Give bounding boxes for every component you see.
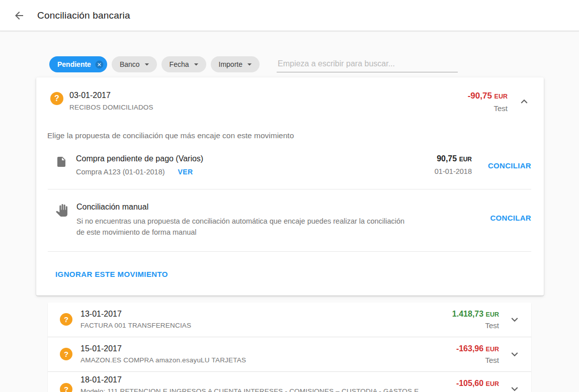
search-field-wrap [277,57,458,72]
chevron-up-icon [518,95,531,108]
movements-list: ? 13-01-2017 FACTURA 001 TRANSFERENCIAS … [48,303,531,392]
arrow-left-icon [13,10,25,22]
chevron-down-icon [142,59,152,69]
movement-amount-block: -105,60 EUR Test [456,379,499,392]
amount-value: -163,96 [456,344,483,353]
amount-value: -90,75 [468,91,492,101]
expand-button[interactable] [508,348,521,361]
back-button[interactable] [12,9,26,23]
movement-amount-block: -163,96 EUR Test [456,344,499,364]
manual-texts: Conciliación manual Si no encuentras una… [76,203,408,238]
chevron-down-icon [508,348,521,361]
movement-row-3[interactable]: ? 18-01-2017 Modelo: 111 RETENCION E ING… [48,372,531,392]
movement-date: 18-01-2017 [80,375,456,384]
search-input[interactable] [277,57,458,72]
filter-chip-banco[interactable]: Banco [112,56,157,72]
movement-date: 03-01-2017 [69,91,153,100]
proposal-prompt: Elige la propuesta de conciliación que m… [36,113,544,141]
movement-texts: 18-01-2017 Modelo: 111 RETENCION E INGRE… [80,375,456,392]
movement-amount-block: 1.418,73 EUR Test [452,310,499,330]
proposal-row-purchase: Compra pendiente de pago (Varios) Compra… [48,141,531,189]
proposal-right: 90,75 EUR 01-01-2018 CONCILIAR [435,154,531,175]
expand-button[interactable] [508,382,521,392]
proposal-title: Compra pendiente de pago (Varios) [76,154,203,163]
movement-account: Test [456,356,499,364]
movement-amount: -105,60 EUR [456,379,499,388]
proposal-list: Compra pendiente de pago (Varios) Compra… [48,141,531,252]
movement-account: Test [468,104,508,113]
movement-amount: 1.418,73 EUR [452,310,499,319]
filter-bar: Pendiente Banco Fecha Importe [0,56,579,72]
filter-chip-importe[interactable]: Importe [211,56,260,72]
chevron-down-icon [244,59,255,69]
movement-header[interactable]: ? 03-01-2017 RECIBOS DOMICILIADOS -90,75… [36,77,544,113]
movement-texts: 13-01-2017 FACTURA 001 TRANSFERENCIAS [80,310,191,329]
ignore-movement-button[interactable]: IGNORAR ESTE MOVIMIENTO [55,270,168,278]
conciliar-button[interactable]: CONCILIAR [488,161,531,170]
chip-remove-icon[interactable] [95,60,104,69]
ignore-row: IGNORAR ESTE MOVIMIENTO [36,252,544,296]
proposal-amount: 90,75 EUR [435,154,472,163]
amount-value: -105,60 [456,379,483,387]
pending-question-icon: ? [60,313,72,326]
movement-account: Test [452,321,499,330]
movement-description: AMAZON.ES COMPRA amazon.esayuLU TARJETAS [80,356,246,364]
movement-row-2[interactable]: ? 15-01-2017 AMAZON.ES COMPRA amazon.esa… [48,337,531,372]
movement-texts: 15-01-2017 AMAZON.ES COMPRA amazon.esayu… [80,344,246,364]
movement-amount: -90,75 EUR [468,91,508,101]
pending-question-icon: ? [60,348,72,360]
movement-description: Modelo: 111 RETENCION E INGRESOS A CUENT… [80,387,456,392]
app-bar: Conciliación bancaria [0,0,579,31]
movement-texts: 03-01-2017 RECIBOS DOMICILIADOS [69,91,153,111]
chevron-down-icon [508,313,521,326]
manual-right: CONCILAR [474,203,531,222]
filter-chip-fecha[interactable]: Fecha [161,56,206,72]
filter-chip-label: Importe [219,60,242,68]
proposal-row-manual: Conciliación manual Si no encuentras una… [48,189,531,252]
amount-value: 1.418,73 [452,310,483,318]
proposal-date: 01-01-2018 [435,167,472,175]
amount-currency: EUR [486,311,499,318]
manual-title: Conciliación manual [76,203,408,212]
proposal-texts: Compra pendiente de pago (Varios) Compra… [76,154,203,176]
expand-button[interactable] [508,313,521,326]
amount-currency: EUR [459,156,472,163]
filter-chip-label: Banco [120,60,140,68]
manual-description: Si no encuentras una propuesta de concil… [76,216,408,238]
pending-question-icon: ? [50,92,63,105]
movement-amount: -163,96 EUR [456,344,499,353]
page-title: Conciliación bancaria [37,10,130,21]
amount-value: 90,75 [437,154,457,163]
concilar-button[interactable]: CONCILAR [490,214,531,222]
document-icon [55,156,67,168]
amount-currency: EUR [494,93,508,100]
movement-description: FACTURA 001 TRANSFERENCIAS [80,322,191,329]
hand-icon [55,204,68,217]
movement-description: RECIBOS DOMICILIADOS [69,104,153,111]
proposal-amount-block: 90,75 EUR 01-01-2018 [435,154,472,175]
amount-currency: EUR [486,380,499,387]
expanded-movement-card: ? 03-01-2017 RECIBOS DOMICILIADOS -90,75… [36,77,544,296]
movement-date: 15-01-2017 [80,344,246,353]
chevron-down-icon [508,382,521,392]
proposal-subtitle: Compra A123 (01-01-2018) [76,168,165,176]
movement-amount-block: -90,75 EUR Test [468,91,508,113]
collapse-button[interactable] [518,95,531,108]
chevron-down-icon [191,59,201,69]
view-link[interactable]: VER [178,168,193,176]
movement-row-1[interactable]: ? 13-01-2017 FACTURA 001 TRANSFERENCIAS … [48,303,531,337]
filter-chip-label: Fecha [170,60,189,68]
amount-currency: EUR [486,346,499,353]
filter-chip-label: Pendiente [57,60,91,68]
pending-question-icon: ? [60,383,72,392]
filter-chip-pendiente[interactable]: Pendiente [49,56,107,72]
movement-date: 13-01-2017 [80,310,191,319]
